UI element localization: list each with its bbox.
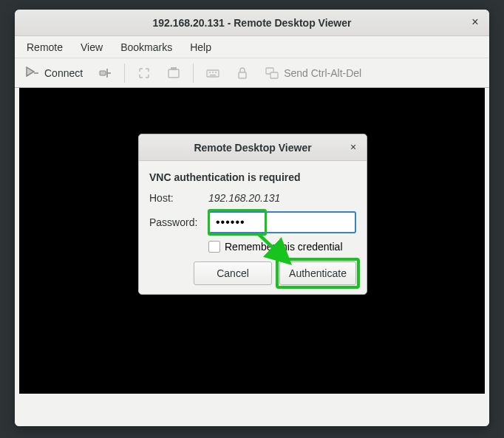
host-label: Host: <box>149 192 201 204</box>
close-icon[interactable]: × <box>347 141 359 153</box>
toolbar: Connect <box>15 58 489 88</box>
password-label: Password: <box>149 216 201 228</box>
readonly-button[interactable] <box>229 62 256 84</box>
svg-point-4 <box>209 72 211 73</box>
cancel-button[interactable]: Cancel <box>194 261 272 285</box>
svg-rect-7 <box>210 75 216 76</box>
host-row: Host: 192.168.20.131 <box>149 192 356 204</box>
menubar: Remote View Bookmarks Help <box>15 36 489 58</box>
svg-rect-8 <box>239 72 246 78</box>
titlebar: 192.168.20.131 - Remote Desktop Viewer × <box>15 10 489 36</box>
remember-checkbox[interactable] <box>208 241 220 253</box>
connect-button[interactable]: Connect <box>19 62 89 84</box>
toolbar-separator <box>193 64 194 83</box>
menu-help[interactable]: Help <box>181 38 220 56</box>
authenticate-button[interactable]: Authenticate <box>279 261 356 285</box>
svg-point-5 <box>212 72 214 73</box>
svg-rect-0 <box>100 71 106 75</box>
disconnect-icon <box>98 66 112 81</box>
host-value: 192.168.20.131 <box>208 192 280 204</box>
fullscreen-button[interactable] <box>131 62 157 84</box>
send-keys-icon <box>265 66 279 81</box>
menu-remote[interactable]: Remote <box>18 38 72 56</box>
disconnect-button[interactable] <box>92 62 118 84</box>
password-input[interactable] <box>208 211 356 233</box>
authenticate-label: Authenticate <box>289 267 347 279</box>
dialog-titlebar: Remote Desktop Viewer × <box>139 134 367 161</box>
menu-view[interactable]: View <box>72 38 112 56</box>
dialog-title: Remote Desktop Viewer <box>194 142 311 154</box>
fullscreen-icon <box>137 66 151 81</box>
connect-label: Connect <box>44 67 83 79</box>
screenshot-icon <box>166 66 181 81</box>
statusbar <box>15 401 489 426</box>
svg-rect-2 <box>171 67 177 70</box>
password-row: Password: <box>149 211 356 233</box>
toolbar-separator <box>124 64 125 83</box>
remember-row[interactable]: Remember this credential <box>208 241 356 253</box>
auth-dialog: Remote Desktop Viewer × VNC authenticati… <box>138 134 367 295</box>
send-keys-label: Send Ctrl-Alt-Del <box>284 67 361 79</box>
auth-message: VNC authentication is required <box>149 171 356 183</box>
menu-bookmarks[interactable]: Bookmarks <box>112 38 181 56</box>
svg-rect-10 <box>270 72 278 78</box>
window-title: 192.168.20.131 - Remote Desktop Viewer <box>152 17 351 29</box>
cancel-label: Cancel <box>217 267 249 279</box>
keyboard-icon <box>205 66 220 81</box>
send-keys-button[interactable]: Send Ctrl-Alt-Del <box>259 62 367 84</box>
dialog-body: VNC authentication is required Host: 192… <box>139 161 367 294</box>
svg-point-6 <box>215 72 217 73</box>
keyboard-button[interactable] <box>200 62 226 84</box>
dialog-buttons: Cancel Authenticate <box>194 261 356 285</box>
remember-label: Remember this credential <box>225 241 343 253</box>
screenshot-button[interactable] <box>160 62 187 84</box>
close-icon[interactable]: × <box>469 16 482 29</box>
svg-rect-1 <box>168 69 179 78</box>
svg-rect-3 <box>207 70 219 77</box>
lock-icon <box>235 66 250 81</box>
connect-icon <box>25 66 40 81</box>
